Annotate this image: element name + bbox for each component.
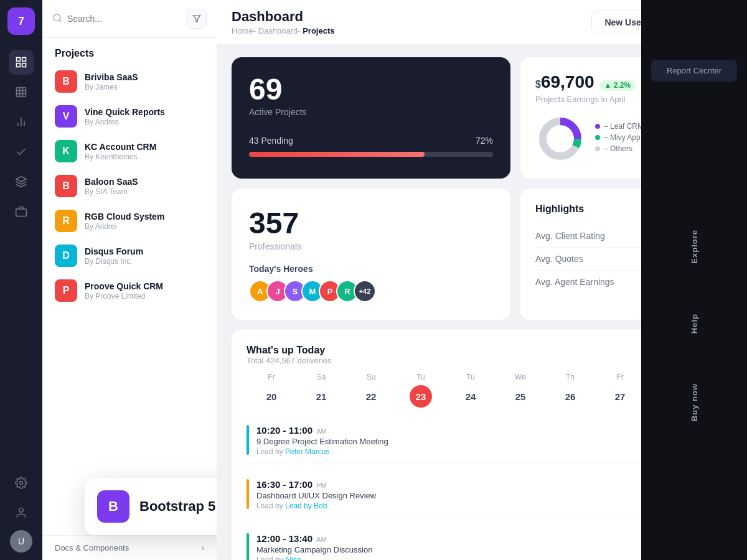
project-name: Vine Quick Reports xyxy=(85,107,204,117)
professionals-card: 357 Professionals Today's Heroes AJSMPR+… xyxy=(232,189,510,320)
event-lead: Lead by Peter Marcus xyxy=(256,447,671,456)
day-cell[interactable]: Fr 20 xyxy=(247,373,296,408)
day-cell[interactable]: Sa 21 xyxy=(296,373,346,408)
event-title: Marketing Campaign Discussion xyxy=(256,545,671,554)
event-lead-link[interactable]: Alice xyxy=(284,556,301,560)
user-avatar-number[interactable]: 7 xyxy=(7,7,35,35)
footer-count: › xyxy=(202,543,204,553)
day-cell[interactable]: Su 22 xyxy=(346,373,396,408)
breadcrumb-mid: Dashboard- xyxy=(258,26,301,35)
event-ampm: AM xyxy=(316,427,327,435)
project-logo: B xyxy=(55,70,77,93)
svg-line-17 xyxy=(59,20,61,22)
progress-bar-bg xyxy=(249,152,493,157)
right-panel-tab[interactable]: Buy now xyxy=(682,371,707,434)
day-number: 20 xyxy=(260,385,283,408)
project-name: Baloon SaaS xyxy=(85,177,204,187)
filter-button[interactable] xyxy=(187,9,207,29)
nav-icon-chart[interactable] xyxy=(9,110,34,134)
professionals-label: Professionals xyxy=(249,241,493,251)
sidebar-title: Projects xyxy=(42,38,217,64)
day-cell[interactable]: We 25 xyxy=(496,373,545,408)
day-number: 22 xyxy=(360,385,382,408)
nav-icon-grid[interactable] xyxy=(9,80,34,105)
project-name: Proove Quick CRM xyxy=(85,281,204,291)
active-projects-card: 69 Active Projects 43 Pending 72% xyxy=(232,57,510,179)
project-item[interactable]: R RGB Cloud System By Andrei xyxy=(42,203,217,238)
sidebar-footer[interactable]: Docs & Components › xyxy=(42,535,217,560)
project-name: KC Account CRM xyxy=(85,142,204,152)
right-panel-tab[interactable]: Explore xyxy=(682,217,707,276)
day-name: Fr xyxy=(616,373,623,381)
highlight-label: Avg. Agent Earnings xyxy=(535,277,614,287)
project-item[interactable]: V Vine Quick Reports By Andres xyxy=(42,99,217,134)
day-cell[interactable]: Tu 24 xyxy=(446,373,496,408)
left-nav: 7 U xyxy=(0,0,42,560)
day-name: Sa xyxy=(317,373,326,381)
day-number: 24 xyxy=(459,385,482,408)
bootstrap-label: Bootstrap 5 xyxy=(139,498,215,515)
event-time: 12:00 - 13:40 AM xyxy=(256,533,671,544)
page-title: Dashboard xyxy=(232,9,335,25)
event-ampm: AM xyxy=(316,536,327,543)
project-logo: D xyxy=(55,245,77,267)
day-cell[interactable]: Fr 27 xyxy=(595,373,645,408)
nav-icon-dashboard[interactable] xyxy=(9,50,34,75)
project-item[interactable]: K KC Account CRM By Keenthemes xyxy=(42,134,217,169)
nav-icon-profile[interactable] xyxy=(9,500,34,525)
svg-rect-0 xyxy=(17,58,21,62)
bottom-user-avatar[interactable]: U xyxy=(10,530,32,553)
nav-icon-settings[interactable] xyxy=(9,470,34,495)
svg-point-15 xyxy=(19,508,24,513)
breadcrumb-home: Home- xyxy=(232,26,256,35)
nav-icon-layers[interactable] xyxy=(9,169,34,194)
project-name: RGB Cloud System xyxy=(85,212,204,222)
footer-label: Docs & Components xyxy=(55,543,129,553)
svg-rect-2 xyxy=(17,63,21,67)
search-input[interactable] xyxy=(67,14,182,24)
day-number: 26 xyxy=(559,385,581,408)
svg-marker-18 xyxy=(193,16,200,22)
heroes-label: Today's Heroes xyxy=(249,264,493,274)
day-name: Fr xyxy=(268,373,275,381)
donut-chart xyxy=(535,114,585,164)
avatar-more: +42 xyxy=(354,280,376,302)
nav-icon-check[interactable] xyxy=(9,139,34,164)
event-lead-link[interactable]: Peter Marcus xyxy=(285,447,329,456)
event-lead: Lead by Lead by Bob xyxy=(256,502,671,510)
day-name: Tu xyxy=(466,373,475,381)
svg-point-14 xyxy=(20,482,23,485)
project-logo: R xyxy=(55,210,77,232)
event-lead-link[interactable]: Lead by Bob xyxy=(285,502,327,510)
legend-dot xyxy=(595,135,600,140)
legend-label: – Mivy App xyxy=(604,133,641,142)
project-item[interactable]: D Disqus Forum By Disqus Inc. xyxy=(42,238,217,273)
project-by: By James xyxy=(85,83,204,91)
day-cell[interactable]: Tu 23 xyxy=(396,373,446,408)
day-cell[interactable]: Th 26 xyxy=(545,373,595,408)
day-name: Su xyxy=(367,373,376,381)
project-by: By Andres xyxy=(85,118,204,126)
project-info: RGB Cloud System By Andrei xyxy=(85,212,204,231)
project-list: B Briviba SaaS By James V Vine Quick Rep… xyxy=(42,64,217,535)
legend-dot xyxy=(595,124,600,129)
day-name: Tu xyxy=(416,373,425,381)
project-logo: K xyxy=(55,140,77,162)
event-info: 12:00 - 13:40 AM Marketing Campaign Disc… xyxy=(256,533,671,560)
svg-point-16 xyxy=(54,14,60,21)
day-name: We xyxy=(515,373,526,381)
report-center-button[interactable]: Report Cecnter xyxy=(651,60,737,82)
nav-icon-briefcase[interactable] xyxy=(9,199,34,224)
project-by: By Keenthemes xyxy=(85,152,204,161)
right-panel-tab[interactable]: Help xyxy=(682,301,707,346)
project-item[interactable]: B Briviba SaaS By James xyxy=(42,64,217,99)
event-bar xyxy=(247,425,249,455)
topbar-left: Dashboard Home- Dashboard- Projects xyxy=(232,9,335,35)
project-info: Proove Quick CRM By Proove Limited xyxy=(85,281,204,301)
right-panel: Report Cecnter ExploreHelpBuy now xyxy=(641,0,747,560)
project-item[interactable]: B Baloon SaaS By SIA Team xyxy=(42,169,217,203)
project-item[interactable]: P Proove Quick CRM By Proove Limited xyxy=(42,273,217,308)
event-time: 10:20 - 11:00 AM xyxy=(256,425,671,436)
pending-label: 43 Pending xyxy=(249,136,293,146)
bootstrap-popup: B Bootstrap 5 xyxy=(85,478,217,535)
